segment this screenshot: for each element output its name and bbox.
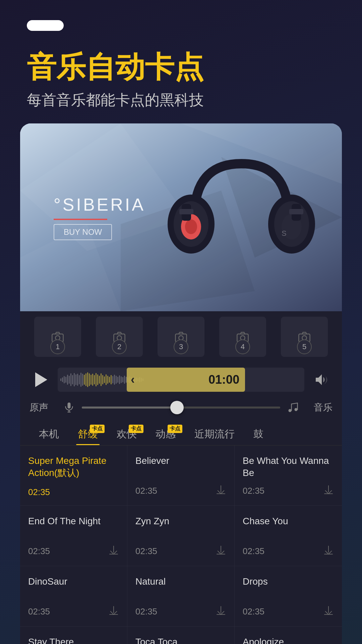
thumb-num-4: 4 — [235, 339, 250, 354]
waveform-time: 01:00 — [208, 373, 239, 387]
waveform[interactable]: ‹ 01:00 › — [58, 368, 304, 392]
tab-dynamic-badge: 卡点 — [168, 425, 182, 433]
song-meta-7: 02:35 — [135, 605, 226, 618]
song-name-2: Be What You Wanna Be — [243, 455, 334, 480]
thumb-num-3: 3 — [174, 339, 188, 354]
download-icon-7[interactable] — [216, 605, 226, 618]
download-icon-1[interactable] — [216, 484, 226, 497]
song-cell-1[interactable]: Believer02:35 — [127, 445, 235, 506]
tab-dynamic[interactable]: 卡点 动感 — [146, 423, 185, 445]
play-icon — [35, 372, 47, 387]
waveform-left-arrow: ‹ — [131, 373, 135, 387]
song-cell-10[interactable]: Toca Toca — [127, 627, 235, 644]
page-title: 音乐自动卡点 — [27, 51, 335, 84]
song-duration-8: 02:35 — [243, 606, 264, 617]
song-duration-4: 02:35 — [135, 546, 157, 556]
song-cell-4[interactable]: Zyn Zyn02:35 — [127, 506, 235, 566]
download-icon-3[interactable] — [108, 545, 119, 558]
song-name-8: Drops — [243, 576, 334, 601]
song-name-5: Chase You — [243, 515, 334, 541]
microphone-icon — [63, 401, 75, 414]
song-cell-0[interactable]: Super Mega Pirate Action(默认)02:35 — [20, 445, 127, 506]
song-cell-2[interactable]: Be What You Wanna Be02:35 — [235, 445, 342, 506]
song-duration-2: 02:35 — [243, 486, 264, 496]
svg-point-32 — [295, 408, 298, 411]
tab-slow[interactable]: 卡点 舒缓 — [68, 423, 107, 445]
thumb-num-2: 2 — [112, 339, 127, 354]
voice-music-bar: 原声 音乐 — [20, 397, 342, 418]
download-icon-8[interactable] — [323, 605, 334, 618]
song-meta-4: 02:35 — [135, 545, 226, 558]
main-card: S °SIBERIA BUY NOW 1 — [20, 123, 342, 644]
hero-image: S °SIBERIA BUY NOW — [20, 123, 342, 311]
tab-local[interactable]: 本机 — [29, 423, 68, 445]
song-meta-0: 02:35 — [28, 487, 119, 497]
volume-button[interactable] — [311, 369, 333, 390]
song-name-9: Stay There — [28, 636, 119, 644]
song-duration-1: 02:35 — [135, 486, 157, 496]
song-meta-8: 02:35 — [243, 605, 334, 618]
thumb-num-5: 5 — [297, 339, 312, 354]
song-duration-6: 02:35 — [28, 606, 50, 617]
song-cell-3[interactable]: End Of The Night02:35 — [20, 506, 127, 566]
song-meta-6: 02:35 — [28, 605, 119, 618]
tab-happy-badge: 卡点 — [129, 425, 143, 433]
download-icon-5[interactable] — [323, 545, 334, 558]
svg-rect-15 — [179, 209, 193, 214]
header-section: 音乐自动卡点 每首音乐都能卡点的黑科技 — [0, 31, 362, 123]
thumb-item-4[interactable]: 4 — [212, 317, 274, 357]
song-name-6: DinoSaur — [28, 576, 119, 601]
song-cell-8[interactable]: Drops02:35 — [235, 566, 342, 627]
waveform-arrows: ‹ 01:00 › — [127, 373, 245, 387]
song-meta-3: 02:35 — [28, 545, 119, 558]
download-icon-6[interactable] — [108, 605, 119, 618]
song-cell-6[interactable]: DinoSaur02:35 — [20, 566, 127, 627]
song-cell-11[interactable]: Apologize — [235, 627, 342, 644]
svg-rect-28 — [68, 402, 71, 409]
status-pill — [27, 20, 64, 31]
song-name-1: Believer — [135, 455, 226, 480]
song-name-10: Toca Toca — [135, 636, 226, 644]
song-duration-7: 02:35 — [135, 606, 157, 617]
download-icon-2[interactable] — [323, 484, 334, 497]
song-cell-7[interactable]: Natural02:35 — [127, 566, 235, 627]
category-tabs: 本机 卡点 舒缓 卡点 欢快 卡点 动感 近期流行 鼓 — [20, 418, 342, 445]
music-note-icon — [287, 401, 299, 414]
tab-drum[interactable]: 鼓 — [244, 423, 273, 445]
waveform-selection[interactable]: ‹ 01:00 › — [127, 368, 245, 392]
siberia-line — [54, 219, 107, 220]
thumb-item-3[interactable]: 3 — [150, 317, 212, 357]
song-grid: Super Mega Pirate Action(默认)02:35Believe… — [20, 445, 342, 644]
thumb-item-2[interactable]: 2 — [88, 317, 150, 357]
music-label: 音乐 — [306, 401, 333, 414]
hero-brand-text: °SIBERIA BUY NOW — [54, 195, 145, 240]
volume-icon — [314, 372, 330, 388]
voice-music-slider[interactable] — [82, 407, 280, 409]
song-name-11: Apologize — [243, 636, 334, 644]
tab-happy[interactable]: 卡点 欢快 — [107, 423, 146, 445]
song-meta-5: 02:35 — [243, 545, 334, 558]
playback-bar: ‹ 01:00 › — [20, 362, 342, 397]
song-duration-3: 02:35 — [28, 546, 50, 556]
siberia-brand-label: °SIBERIA — [54, 195, 145, 215]
svg-point-9 — [185, 219, 197, 234]
download-icon-4[interactable] — [216, 545, 226, 558]
song-duration-0: 02:35 — [28, 487, 50, 497]
slider-thumb[interactable] — [170, 401, 184, 414]
slider-fill — [82, 407, 177, 409]
voice-label: 原声 — [29, 401, 56, 414]
song-cell-9[interactable]: Stay There — [20, 627, 127, 644]
buy-now-button[interactable]: BUY NOW — [54, 224, 112, 240]
play-button[interactable] — [29, 369, 51, 390]
song-meta-2: 02:35 — [243, 484, 334, 497]
page-subtitle: 每首音乐都能卡点的黑科技 — [27, 90, 335, 110]
song-duration-5: 02:35 — [243, 546, 264, 556]
tab-trending[interactable]: 近期流行 — [185, 423, 244, 445]
song-name-7: Natural — [135, 576, 226, 601]
song-cell-5[interactable]: Chase You02:35 — [235, 506, 342, 566]
thumb-item-5[interactable]: 5 — [274, 317, 335, 357]
thumb-item-1[interactable]: 1 — [27, 317, 88, 357]
thumbnail-strip: 1 2 3 — [20, 311, 342, 362]
svg-point-31 — [289, 409, 292, 412]
song-name-4: Zyn Zyn — [135, 515, 226, 541]
